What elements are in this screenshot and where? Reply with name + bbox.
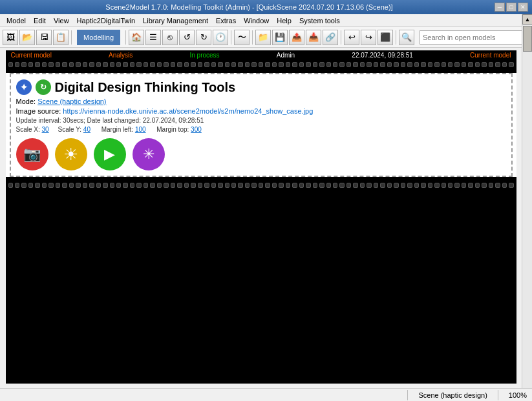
filmstrip-hole <box>251 183 256 188</box>
toolbar-btn-2[interactable]: 📂 <box>19 30 35 45</box>
filmstrip-hole <box>251 62 256 67</box>
search-input[interactable] <box>420 30 529 45</box>
menu-item-view[interactable]: View <box>50 15 73 26</box>
filmstrip-hole <box>48 62 53 67</box>
image-source-line: Image source: https://vienna-node.dke.un… <box>16 107 506 115</box>
filmstrip-hole <box>495 183 500 188</box>
toolbar-sep-5 <box>341 30 341 45</box>
toolbar-import-btn[interactable]: 📥 <box>306 30 321 45</box>
filmstrip-hole <box>83 183 87 188</box>
toolbar-wave-btn[interactable]: 〜 <box>234 30 250 45</box>
filmstrip-hole <box>116 62 121 67</box>
filmstrip-hole <box>103 183 107 188</box>
filmstrip-hole <box>272 62 277 67</box>
toolbar-list-btn[interactable]: ☰ <box>145 30 161 45</box>
menu-item-model[interactable]: Model <box>3 15 30 26</box>
filmstrip-hole <box>313 183 317 188</box>
play-button[interactable]: ▶ <box>94 138 126 170</box>
filmstrip-hole <box>8 62 13 67</box>
margin-top-value[interactable]: 300 <box>191 126 202 133</box>
image-url-link[interactable]: https://vienna-node.dke.univie.ac.at/sce… <box>63 107 313 115</box>
toolbar-nav-btn[interactable]: ⎋ <box>162 30 178 45</box>
toolbar-stop-btn[interactable]: ⬛ <box>378 30 393 45</box>
filmstrip-hole <box>374 62 378 67</box>
filmstrip-hole <box>28 183 33 188</box>
filmstrip-hole <box>35 62 39 67</box>
menu-item-help[interactable]: Help <box>273 15 295 26</box>
menu-item-window[interactable]: Window <box>240 15 273 26</box>
toolbar-sep-6 <box>396 30 396 45</box>
status-sep-2 <box>498 390 498 400</box>
filmstrip-hole <box>387 62 392 67</box>
filmstrip-hole <box>380 183 385 188</box>
filmstrip-hole <box>462 183 466 188</box>
label-in-process: In process <box>189 52 219 59</box>
filmstrip-hole <box>319 62 324 67</box>
filmstrip-hole <box>279 183 283 188</box>
toolbar-search-icon-btn[interactable]: 🔍 <box>399 30 414 45</box>
filmstrip-hole <box>62 62 67 67</box>
filmstrip-hole <box>69 183 74 188</box>
toolbar-open-btn[interactable]: 📁 <box>255 30 271 45</box>
filmstrip-hole <box>130 183 134 188</box>
toolbar-export-btn[interactable]: 📤 <box>289 30 304 45</box>
filmstrip-hole <box>191 183 195 188</box>
scene-icon-blue: ✦ <box>16 79 32 95</box>
menu-item-extras[interactable]: Extras <box>212 15 240 26</box>
toolbar-undo-btn[interactable]: ↩ <box>344 30 359 45</box>
filmstrip-hole <box>306 183 310 188</box>
toolbar-share-btn[interactable]: 🔗 <box>323 30 338 45</box>
filmstrip-hole <box>339 62 344 67</box>
menu-item-edit[interactable]: Edit <box>30 15 50 26</box>
filmstrip-hole <box>299 183 304 188</box>
filmstrip-hole <box>136 62 141 67</box>
filmstrip-hole <box>353 183 357 188</box>
maximize-button[interactable]: □ <box>506 3 516 12</box>
menu-item-library-management[interactable]: Library Management <box>139 15 212 26</box>
toolbar-refresh2-btn[interactable]: ↻ <box>196 30 211 45</box>
filmstrip-hole <box>259 62 263 67</box>
filmstrip-hole <box>346 62 351 67</box>
camera-button[interactable]: 📷 <box>16 138 48 170</box>
scroll-up-button[interactable]: ▲ <box>522 14 532 25</box>
filmstrip-hole <box>62 183 67 188</box>
mode-link[interactable]: Scene (haptic design) <box>37 98 106 105</box>
filmstrip-hole <box>454 62 459 67</box>
scale-x-value[interactable]: 30 <box>42 126 49 133</box>
filmstrip-hole <box>15 183 19 188</box>
toolbar-btn-4[interactable]: 📋 <box>53 30 69 45</box>
toolbar-save-btn[interactable]: 💾 <box>272 30 288 45</box>
settings-button[interactable]: ✳ <box>133 138 165 170</box>
mode-label: Mode: <box>16 98 36 105</box>
filmstrip-hole <box>394 62 398 67</box>
filmstrip-hole <box>326 62 331 67</box>
margin-left-value[interactable]: 100 <box>135 126 146 133</box>
toolbar-refresh-btn[interactable]: ↺ <box>179 30 195 45</box>
main-content: Current model Analysis In process Admin … <box>0 48 522 388</box>
filmstrip-hole <box>184 183 189 188</box>
toolbar-btn-1[interactable]: 🖼 <box>3 30 18 45</box>
filmstrip-hole <box>238 183 242 188</box>
sun-button[interactable]: ☀ <box>55 138 87 170</box>
toolbar-mode-label: Modelling <box>77 30 120 45</box>
filmstrip-hole <box>198 62 202 67</box>
scroll-track[interactable] <box>522 25 532 388</box>
filmstrip-hole <box>509 62 513 67</box>
minimize-button[interactable]: ─ <box>495 3 505 12</box>
scroll-thumb[interactable] <box>523 26 532 52</box>
filmstrip-hole <box>123 62 127 67</box>
filmstrip-hole <box>144 62 148 67</box>
toolbar-home-btn[interactable]: 🏠 <box>129 30 144 45</box>
label-current-model-2: Current model <box>470 52 511 59</box>
menu-item-system-tools[interactable]: System tools <box>295 15 344 26</box>
filmstrip-hole <box>468 183 473 188</box>
toolbar-clock-btn[interactable]: 🕐 <box>213 30 228 45</box>
toolbar-btn-3[interactable]: 🖫 <box>36 30 52 45</box>
filmstrip-hole <box>42 183 47 188</box>
filmstrip-hole <box>69 62 74 67</box>
filmstrip-hole <box>313 62 317 67</box>
close-button[interactable]: ✕ <box>518 3 528 12</box>
menu-item-haptic2digitaltwin[interactable]: Haptic2DigitalTwin <box>73 15 139 26</box>
scale-y-value[interactable]: 40 <box>83 126 90 133</box>
toolbar-redo-btn[interactable]: ↪ <box>361 30 376 45</box>
